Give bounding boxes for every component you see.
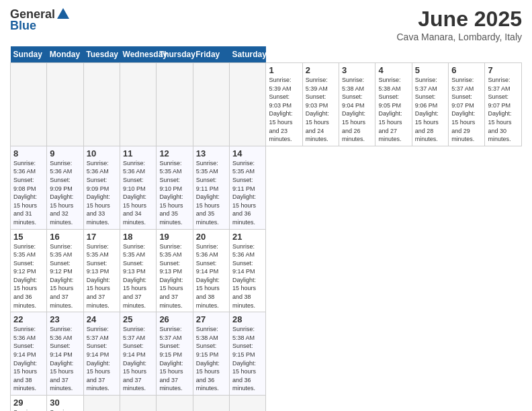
day-info: Sunrise: 5:36 AMSunset: 9:09 PMDaylight:… bbox=[87, 159, 117, 227]
day-info: Sunrise: 5:39 AMSunset: 9:03 PMDaylight:… bbox=[306, 76, 336, 144]
day-info: Sunrise: 5:37 AMSunset: 9:07 PMDaylight:… bbox=[451, 76, 482, 144]
day-number: 15 bbox=[13, 232, 44, 242]
day-info: Sunrise: 5:35 AMSunset: 9:13 PMDaylight:… bbox=[87, 242, 117, 310]
day-number: 1 bbox=[269, 65, 299, 75]
sunset: Sunset: 9:06 PM bbox=[415, 93, 438, 109]
day-number: 17 bbox=[87, 232, 117, 242]
day-number: 12 bbox=[159, 148, 189, 158]
svg-marker-0 bbox=[57, 8, 69, 19]
calendar-week-1: 1Sunrise: 5:39 AMSunset: 9:03 PMDaylight… bbox=[11, 63, 522, 146]
calendar-cell bbox=[230, 63, 266, 146]
day-info: Sunrise: 5:35 AMSunset: 9:13 PMDaylight:… bbox=[159, 242, 189, 310]
calendar-cell: 24Sunrise: 5:37 AMSunset: 9:14 PMDayligh… bbox=[83, 312, 120, 396]
calendar-cell: 29Sunrise: 5:39 AMSunset: 9:14 PMDayligh… bbox=[11, 396, 47, 412]
sunset: Sunset: 9:12 PM bbox=[13, 260, 36, 275]
calendar-cell: 17Sunrise: 5:35 AMSunset: 9:13 PMDayligh… bbox=[83, 229, 120, 312]
weekday-header-monday: Monday bbox=[47, 46, 83, 63]
daylight: Daylight: 15 hours and 28 minutes. bbox=[415, 110, 439, 142]
logo-blue: Blue bbox=[10, 19, 36, 33]
day-info: Sunrise: 5:35 AMSunset: 9:11 PMDaylight:… bbox=[196, 159, 226, 227]
daylight: Daylight: 15 hours and 35 minutes. bbox=[159, 193, 183, 226]
daylight: Daylight: 15 hours and 37 minutes. bbox=[123, 360, 146, 392]
daylight: Daylight: 15 hours and 38 minutes. bbox=[13, 360, 37, 392]
weekday-header-saturday: Saturday bbox=[230, 46, 266, 63]
calendar-cell: 12Sunrise: 5:35 AMSunset: 9:10 PMDayligh… bbox=[157, 146, 193, 229]
sunrise: Sunrise: 5:39 AM bbox=[269, 77, 291, 92]
day-number: 16 bbox=[50, 232, 80, 242]
calendar-week-2: 8Sunrise: 5:36 AMSunset: 9:08 PMDaylight… bbox=[11, 146, 522, 229]
logo: General Blue bbox=[10, 7, 71, 33]
day-info: Sunrise: 5:36 AMSunset: 9:10 PMDaylight:… bbox=[123, 159, 153, 227]
calendar-week-4: 22Sunrise: 5:36 AMSunset: 9:14 PMDayligh… bbox=[11, 312, 522, 396]
calendar-cell bbox=[157, 396, 193, 412]
weekday-header-thursday: Thursday bbox=[157, 46, 193, 63]
sunrise: Sunrise: 5:37 AM bbox=[87, 326, 109, 341]
calendar-cell: 7Sunrise: 5:37 AMSunset: 9:07 PMDaylight… bbox=[485, 63, 522, 146]
day-number: 14 bbox=[232, 148, 263, 158]
day-info: Sunrise: 5:35 AMSunset: 9:11 PMDaylight:… bbox=[232, 159, 263, 227]
calendar-cell: 11Sunrise: 5:36 AMSunset: 9:10 PMDayligh… bbox=[120, 146, 157, 229]
sunset: Sunset: 9:03 PM bbox=[306, 93, 328, 109]
day-info: Sunrise: 5:38 AMSunset: 9:15 PMDaylight:… bbox=[196, 325, 226, 393]
day-number: 18 bbox=[123, 232, 153, 242]
calendar-cell: 13Sunrise: 5:35 AMSunset: 9:11 PMDayligh… bbox=[193, 146, 229, 229]
day-info: Sunrise: 5:37 AMSunset: 9:06 PMDaylight:… bbox=[415, 76, 445, 144]
day-number: 20 bbox=[196, 232, 226, 242]
logo-icon bbox=[56, 7, 71, 21]
day-info: Sunrise: 5:38 AMSunset: 9:04 PMDaylight:… bbox=[342, 76, 372, 144]
calendar-cell: 27Sunrise: 5:38 AMSunset: 9:15 PMDayligh… bbox=[193, 312, 229, 396]
sunset: Sunset: 9:11 PM bbox=[196, 177, 219, 192]
calendar-cell: 15Sunrise: 5:35 AMSunset: 9:12 PMDayligh… bbox=[11, 229, 47, 312]
daylight: Daylight: 15 hours and 37 minutes. bbox=[87, 277, 110, 309]
calendar-cell: 16Sunrise: 5:35 AMSunset: 9:12 PMDayligh… bbox=[47, 229, 83, 312]
day-number: 13 bbox=[196, 148, 226, 158]
calendar-cell: 14Sunrise: 5:35 AMSunset: 9:11 PMDayligh… bbox=[230, 146, 266, 229]
calendar-cell: 19Sunrise: 5:35 AMSunset: 9:13 PMDayligh… bbox=[157, 229, 193, 312]
day-number: 24 bbox=[87, 314, 117, 324]
sunset: Sunset: 9:09 PM bbox=[50, 177, 73, 192]
day-info: Sunrise: 5:36 AMSunset: 9:09 PMDaylight:… bbox=[50, 159, 80, 227]
calendar-week-5: 29Sunrise: 5:39 AMSunset: 9:14 PMDayligh… bbox=[11, 396, 522, 412]
sunrise: Sunrise: 5:35 AM bbox=[13, 243, 36, 259]
sunrise: Sunrise: 5:35 AM bbox=[159, 243, 181, 259]
calendar-cell: 10Sunrise: 5:36 AMSunset: 9:09 PMDayligh… bbox=[83, 146, 120, 229]
calendar-cell bbox=[193, 63, 229, 146]
day-number: 30 bbox=[50, 398, 80, 408]
day-number: 21 bbox=[232, 232, 263, 242]
location: Cava Manara, Lombardy, Italy bbox=[397, 32, 523, 42]
calendar-cell: 4Sunrise: 5:38 AMSunset: 9:05 PMDaylight… bbox=[375, 63, 412, 146]
daylight: Daylight: 15 hours and 35 minutes. bbox=[196, 193, 220, 226]
calendar-cell: 21Sunrise: 5:36 AMSunset: 9:14 PMDayligh… bbox=[230, 229, 266, 312]
day-info: Sunrise: 5:35 AMSunset: 9:13 PMDaylight:… bbox=[123, 242, 153, 310]
day-info: Sunrise: 5:38 AMSunset: 9:05 PMDaylight:… bbox=[378, 76, 408, 144]
sunrise: Sunrise: 5:35 AM bbox=[50, 243, 72, 259]
calendar-cell: 23Sunrise: 5:36 AMSunset: 9:14 PMDayligh… bbox=[47, 312, 83, 396]
sunrise: Sunrise: 5:39 AM bbox=[306, 77, 328, 92]
day-info: Sunrise: 5:37 AMSunset: 9:14 PMDaylight:… bbox=[87, 325, 117, 393]
sunset: Sunset: 9:09 PM bbox=[87, 177, 109, 192]
day-number: 22 bbox=[13, 314, 44, 324]
sunset: Sunset: 9:15 PM bbox=[232, 342, 255, 358]
sunrise: Sunrise: 5:38 AM bbox=[378, 77, 400, 92]
daylight: Daylight: 15 hours and 38 minutes. bbox=[196, 277, 220, 309]
calendar-cell: 26Sunrise: 5:37 AMSunset: 9:15 PMDayligh… bbox=[157, 312, 193, 396]
daylight: Daylight: 15 hours and 31 minutes. bbox=[13, 193, 37, 226]
day-number: 25 bbox=[123, 314, 153, 324]
sunrise: Sunrise: 5:36 AM bbox=[196, 243, 218, 259]
weekday-header-tuesday: Tuesday bbox=[83, 46, 120, 63]
calendar-cell: 22Sunrise: 5:36 AMSunset: 9:14 PMDayligh… bbox=[11, 312, 47, 396]
day-info: Sunrise: 5:37 AMSunset: 9:15 PMDaylight:… bbox=[159, 325, 189, 393]
calendar-cell bbox=[83, 63, 120, 146]
day-info: Sunrise: 5:37 AMSunset: 9:07 PMDaylight:… bbox=[488, 76, 519, 144]
day-number: 3 bbox=[342, 65, 372, 75]
day-number: 7 bbox=[488, 65, 519, 75]
title-area: June 2025 Cava Manara, Lombardy, Italy bbox=[397, 7, 523, 42]
day-info: Sunrise: 5:36 AMSunset: 9:14 PMDaylight:… bbox=[50, 325, 80, 393]
calendar-cell: 28Sunrise: 5:38 AMSunset: 9:15 PMDayligh… bbox=[230, 312, 266, 396]
sunrise: Sunrise: 5:35 AM bbox=[123, 243, 145, 259]
weekday-header-row: SundayMondayTuesdayWednesdayThursdayFrid… bbox=[11, 46, 522, 63]
calendar-cell bbox=[230, 396, 266, 412]
day-number: 19 bbox=[159, 232, 189, 242]
calendar-cell: 8Sunrise: 5:36 AMSunset: 9:08 PMDaylight… bbox=[11, 146, 47, 229]
day-info: Sunrise: 5:36 AMSunset: 9:08 PMDaylight:… bbox=[13, 159, 44, 227]
